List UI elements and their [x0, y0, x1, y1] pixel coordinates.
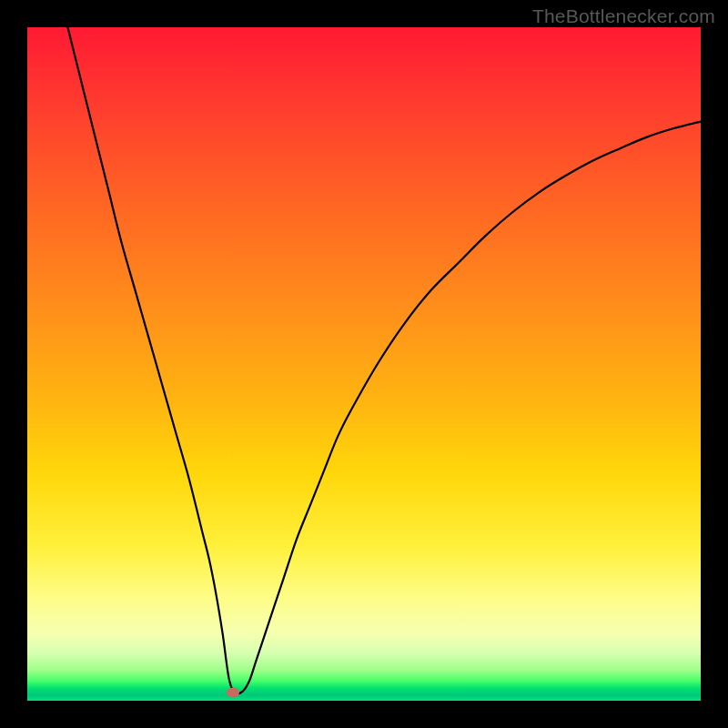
bottleneck-curve — [27, 27, 701, 701]
watermark-text: TheBottlenecker.com — [532, 5, 715, 27]
chart-frame: TheBottlenecker.com — [0, 0, 728, 728]
optimum-marker — [227, 688, 239, 698]
plot-area — [27, 27, 701, 701]
